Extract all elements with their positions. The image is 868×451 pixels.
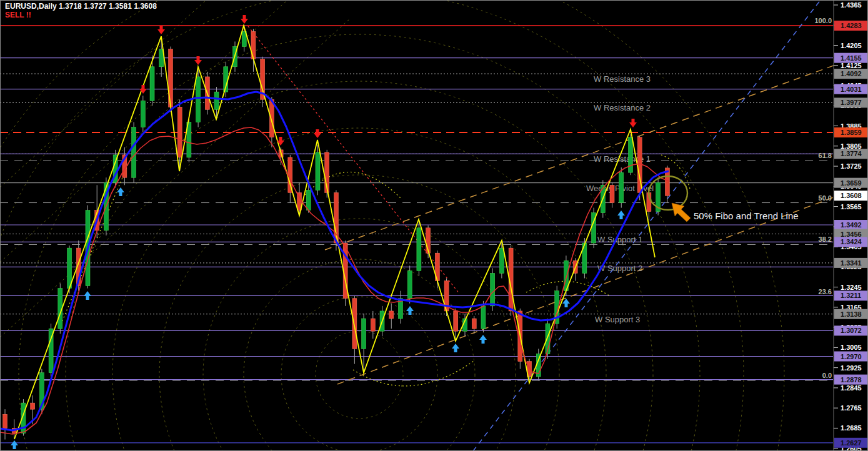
pivot-label: W Support 1 — [597, 235, 642, 244]
axis-price-badge-label: 1.4031 — [841, 86, 862, 93]
candle — [454, 311, 458, 331]
axis-price-badge-label: 1.3424 — [841, 238, 862, 245]
candle — [362, 319, 366, 349]
signal-arrows — [11, 15, 637, 449]
candle — [306, 190, 311, 210]
red-dotted-trendline — [248, 26, 459, 294]
axis-tick-label: 1.4365 — [841, 1, 862, 9]
axis-tick-label: 1.2685 — [841, 424, 862, 432]
fib-label-50.0: 50.0 — [819, 194, 832, 202]
candle — [628, 137, 632, 172]
axis-price-badge-label: 1.4155 — [841, 54, 862, 62]
fib-label-0.0: 0.0 — [822, 372, 832, 379]
buy-arrow-icon — [406, 306, 414, 315]
buy-arrow-icon — [452, 344, 459, 352]
axis-price-badge-label: 1.3859 — [841, 129, 862, 136]
sell-arrow-icon — [314, 129, 321, 138]
price-chart-canvas[interactable]: W Resistance 3W Resistance 2W Resistance… — [0, 0, 868, 451]
candle — [610, 185, 614, 202]
candle — [177, 107, 182, 157]
axis-price-badge-label: 1.3977 — [841, 99, 862, 106]
candle — [619, 172, 624, 202]
axis-price-badge-label: 1.3211 — [841, 292, 861, 299]
candle — [67, 248, 72, 289]
candle — [214, 92, 219, 109]
axis-price-badge-label: 1.3659 — [841, 179, 862, 187]
fib-label-61.8: 61.8 — [819, 152, 832, 159]
candle — [417, 228, 421, 271]
signal-text: SELL !! — [5, 11, 31, 19]
dotted-envelope-curves — [59, 145, 690, 386]
price-axis[interactable]: 1.43651.42851.42051.41251.40451.39651.38… — [834, 0, 868, 451]
candle — [150, 67, 154, 101]
annotation-label: 50% Fibo and Trend Line — [694, 211, 799, 221]
axis-price-badge-label: 1.3456 — [841, 230, 862, 238]
axis-price-badge-label: 1.3072 — [841, 327, 862, 334]
candle — [288, 157, 292, 192]
axis-price-badge-label: 1.4092 — [841, 70, 862, 77]
axis-price-badge-label: 1.4283 — [841, 22, 862, 29]
blue-dashed-trendline — [473, 0, 821, 451]
axis-tick-label: 1.3725 — [841, 162, 862, 170]
candle — [31, 403, 35, 409]
buy-arrow-icon — [562, 299, 570, 307]
candle — [352, 299, 357, 349]
axis-tick-label: 1.3805 — [841, 142, 862, 150]
axis-price-badge-label: 1.3138 — [841, 310, 862, 318]
candle — [389, 311, 394, 319]
price-axis-badges: 1.42831.41551.40921.40311.39771.38591.37… — [834, 21, 868, 448]
sell-arrow-icon — [241, 15, 248, 24]
buy-arrow-icon — [84, 291, 91, 300]
candle — [472, 319, 476, 329]
axis-tick-label: 1.3005 — [841, 344, 862, 351]
trendlines — [248, 0, 868, 451]
axis-price-badge-label: 1.3608 — [841, 192, 862, 199]
candle — [499, 248, 504, 273]
buy-arrow-icon — [617, 211, 625, 219]
axis-price-badge-label: 1.2970 — [841, 353, 862, 360]
pivot-label: W Resistance 2 — [594, 103, 651, 112]
candle — [269, 99, 274, 137]
axis-price-badge-label: 1.2878 — [841, 376, 862, 384]
axis-price-badge-label: 1.3774 — [841, 150, 862, 157]
candle — [196, 77, 201, 122]
pivot-label: W Support 3 — [595, 315, 640, 324]
pivot-label: W Support 2 — [597, 264, 642, 273]
symbol-ohlc-title: EURUSD,Daily 1.3718 1.3727 1.3581 1.3608 — [5, 2, 157, 11]
buy-arrow-icon — [11, 440, 18, 449]
axis-price-badge-label: 1.3341 — [841, 259, 862, 267]
candle — [316, 152, 320, 190]
candle — [371, 319, 375, 331]
axis-tick-label: 1.2845 — [841, 384, 862, 392]
axis-tick-label: 1.4205 — [841, 42, 862, 49]
fibonacci-lines — [0, 26, 833, 380]
buy-arrow-icon — [479, 335, 487, 344]
axis-tick-label: 1.3565 — [841, 203, 862, 211]
fib-label-100.0: 100.0 — [814, 17, 832, 24]
axis-tick-label: 1.2765 — [841, 404, 862, 412]
mt4-chart-window[interactable]: W Resistance 3W Resistance 2W Resistance… — [0, 0, 868, 451]
annotation-arrow-icon[interactable] — [672, 203, 691, 222]
axis-tick-label: 1.2925 — [841, 364, 862, 372]
sell-arrow-icon — [629, 119, 637, 127]
candle — [481, 306, 486, 329]
fib-label-23.6: 23.6 — [819, 288, 832, 295]
axis-price-badge-label: 1.2627 — [841, 439, 862, 447]
axis-tick-label: 1.3245 — [841, 284, 862, 291]
candle — [407, 270, 412, 298]
candle — [491, 273, 495, 305]
fib-label-38.2: 38.2 — [819, 235, 832, 243]
candle — [132, 127, 136, 178]
support-resistance-lines — [0, 58, 833, 443]
axis-price-badge-label: 1.3492 — [841, 221, 862, 229]
weekly-pivot-lines — [0, 74, 833, 314]
candle — [3, 414, 7, 428]
sell-arrow-icon — [157, 26, 165, 34]
candle — [141, 101, 145, 127]
pivot-label: W Resistance 3 — [594, 74, 651, 84]
